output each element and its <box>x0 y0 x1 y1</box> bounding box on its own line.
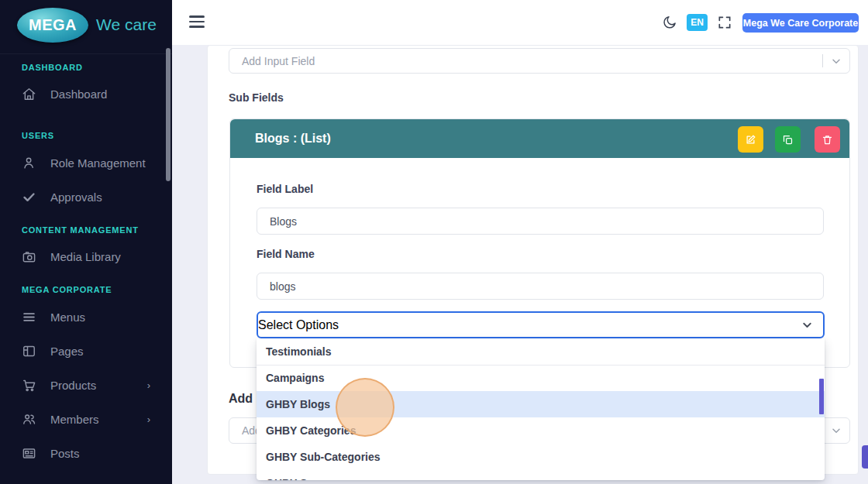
chevron-right-icon: › <box>147 414 150 425</box>
field-label-input[interactable] <box>257 208 824 235</box>
sidebar-item-label: Members <box>50 413 99 426</box>
select-options-placeholder: Select Options <box>258 318 339 332</box>
sidebar-item-approvals[interactable]: Approvals <box>22 190 161 204</box>
sidebar-item-label: Role Management <box>50 156 146 170</box>
select-placeholder: Add Input Field <box>229 55 315 67</box>
sidebar-item-label: Dashboard <box>50 88 107 101</box>
top-header: EN Mega We Care Corporate <box>172 0 868 45</box>
field-name-label: Field Name <box>257 248 315 260</box>
chevron-down-icon <box>830 55 842 67</box>
add-input-field-select-top[interactable]: Add Input Field <box>229 48 850 74</box>
copy-icon <box>782 134 794 146</box>
chevron-down-icon <box>830 424 842 437</box>
panel-title: Blogs : (List) <box>255 132 331 146</box>
select-options-select[interactable]: Select Options <box>257 311 825 338</box>
moon-icon[interactable] <box>662 15 677 30</box>
duplicate-button[interactable] <box>775 126 801 153</box>
option-testimonials[interactable]: Testimonials <box>257 338 825 365</box>
brand-logo[interactable]: MEGA We care <box>0 0 172 54</box>
edit-button[interactable] <box>738 126 763 153</box>
fullscreen-icon[interactable] <box>717 15 732 30</box>
delete-button[interactable] <box>815 126 840 153</box>
sidebar-item-members[interactable]: Members › <box>22 412 161 427</box>
sidebar-item-dashboard[interactable]: Dashboard <box>22 87 161 101</box>
scroll-top-button[interactable] <box>862 445 868 469</box>
dropdown-scrollbar[interactable] <box>819 379 824 414</box>
sidebar-item-label: Approvals <box>50 191 102 204</box>
camera-icon <box>22 249 36 264</box>
menu-lines-icon <box>22 310 36 324</box>
section-heading-dashboard: DASHBOARD <box>22 63 83 72</box>
field-label-label: Field Label <box>257 183 313 195</box>
sub-fields-label: Sub Fields <box>229 91 284 104</box>
field-name-input[interactable] <box>257 273 824 300</box>
sidebar-item-label: Products <box>50 379 96 392</box>
option-campaigns[interactable]: Campaigns <box>257 365 825 391</box>
logo-text: MEGA <box>29 16 77 34</box>
sidebar-item-products[interactable]: Products › <box>22 378 161 393</box>
sidebar-item-label: Media Library <box>50 250 121 263</box>
option-ghby-sub-categories[interactable]: GHBY Sub-Categories <box>257 444 825 470</box>
mega-logo-oval: MEGA <box>17 8 88 43</box>
edit-icon <box>745 134 756 146</box>
chevron-down-icon <box>801 318 814 331</box>
home-icon <box>22 87 36 101</box>
sidebar-item-label: Posts <box>50 447 80 460</box>
option-ghby-categories[interactable]: GHBY Categories <box>257 417 825 444</box>
sidebar-item-role-management[interactable]: Role Management <box>22 156 161 170</box>
section-heading-users: USERS <box>22 131 54 140</box>
chevron-right-icon: › <box>147 379 150 391</box>
cart-icon <box>22 378 36 393</box>
user-icon <box>22 156 36 170</box>
language-badge[interactable]: EN <box>687 14 708 31</box>
hamburger-icon[interactable] <box>189 15 205 28</box>
logo-tagline: We care <box>96 15 157 34</box>
sidebar: MEGA We care DASHBOARD Dashboard USERS R… <box>0 0 172 484</box>
option-partial[interactable]: GHBY S... <box>257 470 825 480</box>
option-ghby-blogs[interactable]: GHBY Blogs <box>257 391 825 417</box>
layout-icon <box>22 344 36 359</box>
section-heading-content-management: CONTENT MANAGEMENT <box>22 225 139 235</box>
select-options-dropdown: Testimonials Campaigns GHBY Blogs GHBY C… <box>257 338 825 480</box>
trash-icon <box>822 134 833 146</box>
sidebar-item-label: Menus <box>50 311 85 324</box>
members-icon <box>22 412 36 427</box>
sidebar-item-menus[interactable]: Menus <box>22 310 161 324</box>
select-divider <box>822 54 823 67</box>
sidebar-item-media-library[interactable]: Media Library <box>22 249 161 264</box>
panel-header: Blogs : (List) <box>230 119 849 158</box>
section-heading-mega-corporate: MEGA CORPORATE <box>22 285 112 294</box>
sidebar-item-posts[interactable]: Posts <box>22 446 161 461</box>
check-icon <box>22 190 36 204</box>
newspaper-icon <box>22 446 36 461</box>
sidebar-item-label: Pages <box>50 345 84 358</box>
corporate-site-button[interactable]: Mega We Care Corporate <box>742 13 859 33</box>
sidebar-item-pages[interactable]: Pages <box>22 344 161 359</box>
sidebar-scrollbar[interactable] <box>166 48 170 181</box>
